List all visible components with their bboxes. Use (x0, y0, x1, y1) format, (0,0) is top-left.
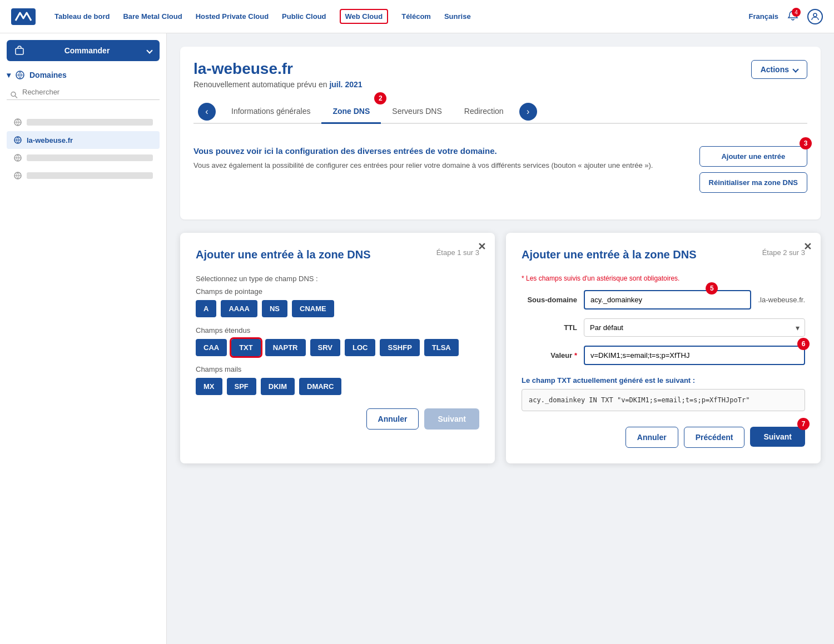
search-wrapper (7, 84, 160, 107)
modal2-ttl-select-wrapper: Par défaut ▾ (584, 318, 805, 337)
sidebar-section-domaines: ▾ Domaines la-webeuse.fr (0, 70, 166, 184)
nav-hosted-private[interactable]: Hosted Private Cloud (196, 12, 269, 21)
dns-type-SSHFP[interactable]: SSHFP (380, 339, 419, 356)
nav-user-icon[interactable] (807, 9, 823, 24)
modal2-subdomain-input[interactable] (584, 290, 751, 309)
content-header: la-webeuse.fr Renouvellement automatique… (193, 60, 807, 89)
modal2-subdomain-label: Sous-domaine (522, 296, 577, 304)
sidebar-search-input[interactable] (7, 84, 160, 100)
dns-type-AAAA[interactable]: AAAA (221, 300, 257, 317)
tab-next-arrow[interactable]: › (519, 103, 537, 121)
tab-serveurs-dns[interactable]: Serveurs DNS (381, 100, 453, 124)
dns-type-DKIM[interactable]: DKIM (261, 378, 295, 395)
domain-renewal-date: juil. 2021 (329, 80, 362, 89)
modal1-footer: Annuler Suivant (196, 404, 479, 430)
modals-row: ✕ Ajouter une entrée à la zone DNS Étape… (180, 233, 821, 463)
modal2-step: Étape 2 sur 3 (762, 248, 805, 257)
tab-redirection[interactable]: Redirection (453, 100, 515, 124)
modal1-cancel-button[interactable]: Annuler (366, 408, 419, 430)
modal2-subdomain-row: Sous-domaine 5 .la-webeuse.fr. (522, 290, 805, 309)
domaines-header[interactable]: ▾ Domaines (7, 70, 160, 80)
actions-button[interactable]: Actions (751, 60, 807, 79)
tab-zone-dns[interactable]: Zone DNS 2 (321, 100, 381, 124)
domain-card: la-webeuse.fr Renouvellement automatique… (180, 47, 821, 219)
modal1-group1-label: Champs de pointage (196, 287, 479, 296)
modal2-valeur-label: Valeur (522, 351, 577, 360)
modal2-prev-button[interactable]: Précédent (684, 427, 745, 448)
tab-prev-arrow[interactable]: ‹ (198, 103, 216, 121)
domaines-label: Domaines (29, 71, 67, 79)
modal2-ttl-label: TTL (522, 323, 577, 332)
modal2-valeur-input[interactable] (584, 346, 805, 365)
sidebar-item-0-label (27, 119, 153, 126)
sidebar-item-la-webeuse[interactable]: la-webeuse.fr (7, 131, 160, 149)
modal2-valeur-row: Valeur 6 (522, 346, 805, 365)
dns-type-NS[interactable]: NS (262, 300, 287, 317)
dns-info-text-block: Vous pouvez voir ici la configuration de… (193, 146, 699, 172)
modal2-ttl-row: TTL Par défaut ▾ (522, 318, 805, 337)
modal1-group3-buttons: MX SPF DKIM DMARC (196, 378, 479, 395)
nav-web-cloud[interactable]: Web Cloud (340, 9, 389, 24)
dns-type-TXT[interactable]: TXT (231, 339, 261, 356)
modal2-preview-label: Le champ TXT actuellement généré est le … (522, 376, 805, 385)
dns-info-title: Vous pouvez voir ici la configuration de… (193, 146, 686, 156)
sidebar-item-3[interactable] (7, 167, 160, 184)
dns-type-TLSA[interactable]: TLSA (424, 339, 459, 356)
commander-cart-icon (14, 46, 28, 56)
sidebar-item-2[interactable] (7, 149, 160, 167)
dns-type-CAA[interactable]: CAA (196, 339, 227, 356)
modal2-footer: Annuler Précédent 7 Suivant (522, 422, 805, 448)
nav-telecom[interactable]: Télécom (401, 12, 431, 21)
modal1-group-pointage: Champs de pointage A AAAA NS CNAME (196, 287, 479, 317)
sidebar-item-la-webeuse-label: la-webeuse.fr (27, 136, 73, 144)
dns-info-actions: 3 Ajouter une entrée Réinitialiser ma zo… (699, 146, 807, 193)
modal-add-entry-step2: ✕ Ajouter une entrée à la zone DNS Étape… (506, 233, 821, 463)
dns-info-section: Vous pouvez voir ici la configuration de… (193, 137, 807, 206)
reset-dns-button[interactable]: Réinitialiser ma zone DNS (699, 172, 807, 193)
dns-info-row: Vous pouvez voir ici la configuration de… (193, 146, 807, 193)
nav-public-cloud[interactable]: Public Cloud (282, 12, 326, 21)
dns-type-NAPTR[interactable]: NAPTR (265, 339, 306, 356)
nav-bell[interactable]: 4 (787, 10, 798, 23)
modal2-cancel-button[interactable]: Annuler (626, 427, 678, 448)
modal1-step: Étape 1 sur 3 (436, 248, 479, 257)
step-badge-3: 3 (800, 137, 812, 149)
modal1-group-mails: Champs mails MX SPF DKIM DMARC (196, 365, 479, 395)
modal2-next-button[interactable]: Suivant (750, 427, 805, 447)
modal2-subdomain-input-wrapper: 5 (584, 290, 751, 309)
nav-sunrise[interactable]: Sunrise (444, 12, 471, 21)
add-entry-button[interactable]: Ajouter une entrée (699, 146, 807, 167)
commander-chevron-icon (146, 47, 152, 53)
modal1-group2-label: Champs étendus (196, 326, 479, 335)
dns-type-A[interactable]: A (196, 300, 216, 317)
domain-info: la-webeuse.fr Renouvellement automatique… (193, 60, 363, 89)
top-nav: Tableau de bord Bare Metal Cloud Hosted … (0, 0, 834, 33)
modal1-close-button[interactable]: ✕ (478, 241, 486, 253)
sidebar: Commander ▾ Domaines la-webeuse.fr (0, 33, 167, 644)
dns-type-SPF[interactable]: SPF (227, 378, 256, 395)
dns-type-CNAME[interactable]: CNAME (292, 300, 334, 317)
dns-type-LOC[interactable]: LOC (345, 339, 375, 356)
tab-informations-generales[interactable]: Informations générales (220, 100, 321, 124)
dns-type-SRV[interactable]: SRV (310, 339, 341, 356)
actions-chevron-icon (792, 66, 798, 72)
nav-tableau-de-bord[interactable]: Tableau de bord (54, 12, 110, 21)
nav-bare-metal[interactable]: Bare Metal Cloud (123, 12, 182, 21)
nav-language[interactable]: Français (749, 12, 778, 21)
modal1-group3-label: Champs mails (196, 365, 479, 373)
domain-title: la-webeuse.fr (193, 60, 363, 78)
sidebar-item-3-label (27, 172, 153, 179)
modal2-ttl-select[interactable]: Par défaut (584, 318, 805, 337)
modal2-header: Ajouter une entrée à la zone DNS Étape 2… (522, 248, 805, 263)
modal2-close-button[interactable]: ✕ (803, 241, 812, 253)
modal-add-entry-step1: ✕ Ajouter une entrée à la zone DNS Étape… (180, 233, 495, 463)
modal2-required-note: * Les champs suivis d'un astérisque sont… (522, 274, 805, 282)
commander-button[interactable]: Commander (7, 40, 160, 61)
dns-type-DMARC[interactable]: DMARC (299, 378, 341, 395)
dns-type-MX[interactable]: MX (196, 378, 222, 395)
logo[interactable] (11, 8, 36, 25)
sidebar-item-0[interactable] (7, 113, 160, 131)
modal1-header: Ajouter une entrée à la zone DNS Étape 1… (196, 248, 479, 263)
svg-rect-0 (11, 8, 36, 25)
modal1-next-button[interactable]: Suivant (424, 408, 479, 430)
